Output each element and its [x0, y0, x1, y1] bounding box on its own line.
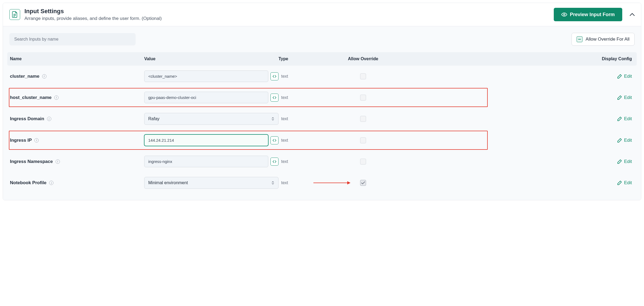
panel-header: Input Settings Arrange inputs, provide a…	[3, 3, 641, 26]
row-name-label: Ingress Domain	[10, 116, 44, 122]
table-row: Notebook ProfileiMinimal environmenttext…	[7, 172, 637, 194]
panel-subtitle: Arrange inputs, provide aliases, and def…	[24, 16, 162, 21]
row-value	[144, 156, 278, 167]
edit-button[interactable]: Edit	[381, 95, 634, 100]
row-override	[346, 95, 381, 101]
row-type: text	[278, 180, 346, 185]
override-checkbox[interactable]	[360, 180, 366, 186]
pencil-icon	[617, 159, 622, 164]
edit-label: Edit	[624, 159, 632, 164]
col-display-header: Display Config	[381, 56, 634, 61]
code-icon	[273, 96, 276, 99]
panel-title: Input Settings	[24, 8, 162, 15]
pencil-icon	[617, 180, 622, 185]
row-name-label: Notebook Profile	[10, 180, 46, 186]
row-value	[144, 70, 278, 82]
info-icon[interactable]: i	[42, 74, 46, 79]
row-value: Rafay	[144, 113, 278, 125]
check-icon	[361, 182, 365, 184]
row-type: text	[278, 74, 346, 79]
row-name-label: Ingress IP	[10, 138, 32, 143]
svg-point-3	[563, 14, 565, 15]
inputs-table: Name Value Type Allow Override Display C…	[7, 52, 637, 194]
row-value: Minimal environment	[144, 177, 278, 189]
code-button[interactable]	[270, 136, 278, 144]
row-override	[346, 137, 381, 143]
edit-button[interactable]: Edit	[381, 180, 634, 186]
document-icon	[9, 9, 20, 20]
search-input[interactable]	[9, 33, 136, 45]
row-name: Ingress Domaini	[10, 116, 144, 122]
edit-button[interactable]: Edit	[381, 159, 634, 164]
row-value	[144, 134, 278, 146]
row-override	[346, 73, 381, 79]
value-select[interactable]: Minimal environment	[144, 177, 278, 189]
override-checkbox[interactable]	[360, 159, 366, 165]
row-name-label: Ingress Namespace	[10, 159, 53, 164]
info-icon[interactable]: i	[54, 95, 59, 100]
override-checkbox[interactable]	[360, 73, 366, 79]
code-button[interactable]	[270, 72, 278, 80]
row-value	[144, 92, 278, 103]
eye-icon	[561, 12, 567, 17]
row-type: text	[278, 116, 346, 121]
row-name: Ingress Namespacei	[10, 159, 144, 164]
code-button[interactable]	[270, 158, 278, 166]
table-header: Name Value Type Allow Override Display C…	[7, 52, 637, 66]
select-caret-icon	[271, 180, 274, 185]
row-override	[346, 159, 381, 165]
info-icon[interactable]: i	[34, 138, 39, 143]
table-row: cluster_nameitextEdit	[7, 66, 637, 87]
col-value-header: Value	[144, 56, 278, 61]
collapse-chevron-icon[interactable]	[630, 13, 635, 16]
code-icon	[273, 75, 276, 78]
edit-button[interactable]: Edit	[381, 74, 634, 79]
info-icon[interactable]: i	[49, 181, 53, 185]
code-icon	[273, 139, 276, 142]
pencil-icon	[617, 116, 622, 121]
row-name: Notebook Profilei	[10, 180, 144, 186]
override-checkbox[interactable]	[360, 116, 366, 122]
panel-body: Allow Override For All Name Value Type A…	[3, 26, 641, 200]
row-name-label: host_cluster_name	[10, 95, 52, 100]
value-input[interactable]	[144, 92, 268, 103]
edit-label: Edit	[624, 95, 632, 100]
col-name-header: Name	[10, 56, 144, 61]
edit-label: Edit	[624, 138, 632, 143]
code-icon	[273, 160, 276, 163]
code-button[interactable]	[270, 94, 278, 102]
edit-label: Edit	[624, 180, 632, 186]
value-select[interactable]: Rafay	[144, 113, 278, 125]
edit-button[interactable]: Edit	[381, 116, 634, 122]
pencil-icon	[617, 95, 622, 100]
row-override	[346, 116, 381, 122]
col-type-header: Type	[278, 56, 346, 61]
override-checkbox[interactable]	[360, 137, 366, 143]
info-icon[interactable]: i	[56, 159, 60, 164]
select-value: Rafay	[148, 116, 160, 121]
row-name-label: cluster_name	[10, 74, 39, 79]
input-settings-panel: Input Settings Arrange inputs, provide a…	[3, 3, 641, 200]
preview-input-form-button[interactable]: Preview Input Form	[554, 8, 622, 21]
allow-override-for-all-toggle[interactable]: Allow Override For All	[571, 33, 635, 46]
preview-button-label: Preview Input Form	[570, 12, 615, 17]
header-text: Input Settings Arrange inputs, provide a…	[24, 8, 162, 21]
table-row: Ingress NamespaceitextEdit	[7, 151, 637, 172]
override-checkbox[interactable]	[360, 95, 366, 101]
value-input[interactable]	[144, 134, 268, 146]
select-caret-icon	[271, 116, 274, 121]
toolbar: Allow Override For All	[3, 33, 641, 52]
pencil-icon	[617, 74, 622, 79]
table-row: host_cluster_nameitextEdit	[7, 87, 637, 108]
edit-button[interactable]: Edit	[381, 138, 634, 143]
override-all-label: Allow Override For All	[586, 37, 629, 42]
pencil-icon	[617, 138, 622, 143]
info-icon[interactable]: i	[47, 117, 51, 121]
edit-label: Edit	[624, 116, 632, 122]
row-name: Ingress IPi	[10, 138, 144, 143]
row-type: text	[278, 159, 346, 164]
table-row: Ingress IPitextEdit	[7, 130, 637, 151]
value-input[interactable]	[144, 70, 268, 82]
value-input[interactable]	[144, 156, 268, 167]
row-name: cluster_namei	[10, 74, 144, 79]
